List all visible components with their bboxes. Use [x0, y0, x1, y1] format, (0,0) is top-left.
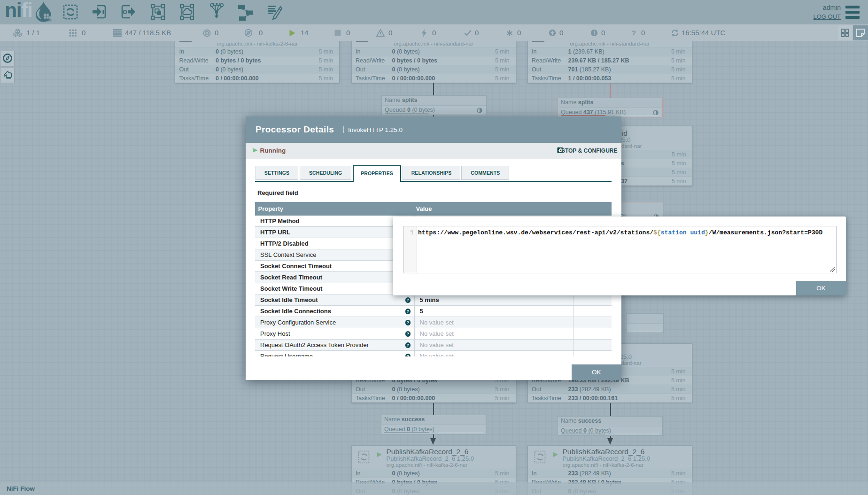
svg-text:?: ? [632, 29, 636, 37]
